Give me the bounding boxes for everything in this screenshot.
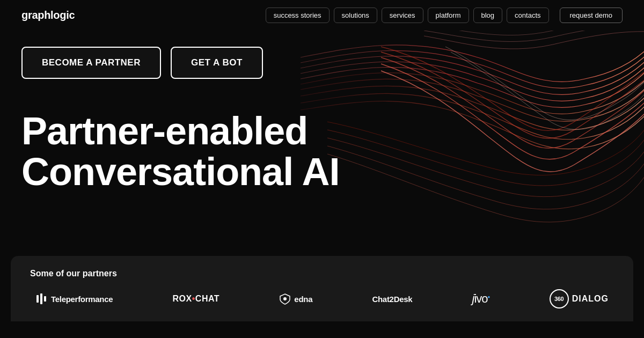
hero-headline: Partner-enabled Conversational AI: [21, 111, 623, 192]
partners-label: Some of our partners: [30, 269, 614, 278]
nav-links: success stories solutions services platf…: [266, 8, 549, 23]
partners-logos: Teleperformance ROX•CHAT edna Chat2Desk …: [30, 289, 614, 308]
partners-section: Some of our partners Teleperformance ROX…: [11, 256, 633, 321]
hero-section: BECOME A PARTNER GET A BOT Partner-enabl…: [0, 31, 644, 256]
request-demo-button[interactable]: request demo: [560, 8, 623, 23]
become-partner-button[interactable]: BECOME A PARTNER: [21, 47, 161, 79]
jivo-logo: jivo●: [467, 292, 495, 306]
headline-line1: Partner-enabled: [21, 109, 308, 152]
teleperformance-logo: Teleperformance: [30, 293, 118, 305]
brand-logo[interactable]: graphlogic: [21, 9, 75, 21]
chat2desk-logo: Chat2Desk: [367, 295, 418, 304]
teleperformance-icon: [35, 293, 47, 305]
cta-buttons: BECOME A PARTNER GET A BOT: [21, 47, 623, 79]
edna-label: edna: [294, 295, 312, 304]
headline-line2: Conversational AI: [21, 150, 339, 193]
jivo-label: jivo●: [472, 292, 490, 306]
dialog360-logo: 360 DIALOG: [544, 289, 614, 308]
nav-platform[interactable]: platform: [428, 8, 469, 23]
get-bot-button[interactable]: GET A BOT: [171, 47, 263, 79]
nav-contacts[interactable]: contacts: [507, 8, 548, 23]
edna-shield-icon: [279, 293, 291, 305]
dialog-circle-icon: 360: [550, 289, 569, 308]
dialog-label: DIALOG: [572, 294, 609, 304]
roxchat-label: ROX•CHAT: [173, 294, 220, 304]
chat2desk-label: Chat2Desk: [372, 295, 412, 304]
svg-point-3: [283, 297, 287, 300]
svg-rect-2: [44, 296, 46, 302]
navbar: graphlogic success stories solutions ser…: [0, 0, 644, 31]
nav-success-stories[interactable]: success stories: [266, 8, 330, 23]
nav-services[interactable]: services: [382, 8, 423, 23]
edna-logo: edna: [274, 293, 318, 305]
nav-solutions[interactable]: solutions: [334, 8, 377, 23]
svg-rect-0: [36, 295, 39, 303]
teleperformance-label: Teleperformance: [51, 295, 113, 304]
svg-rect-1: [40, 293, 42, 304]
nav-blog[interactable]: blog: [473, 8, 503, 23]
roxchat-logo: ROX•CHAT: [167, 294, 225, 304]
